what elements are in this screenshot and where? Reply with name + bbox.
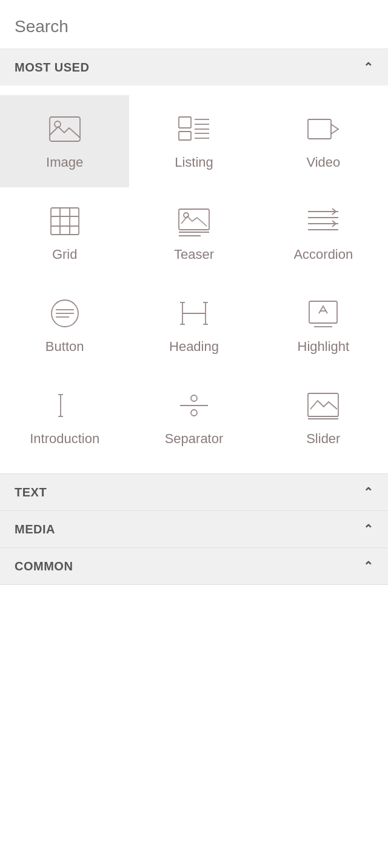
common-section-entry: COMMON ⌃ xyxy=(0,548,388,585)
accordion-icon xyxy=(304,204,343,238)
svg-marker-10 xyxy=(331,124,338,134)
button-icon xyxy=(45,296,84,330)
item-slider-label: Slider xyxy=(306,431,340,447)
common-chevron-icon: ⌃ xyxy=(363,559,374,573)
item-slider[interactable]: Slider xyxy=(259,372,388,464)
item-grid-label: Grid xyxy=(52,247,78,262)
item-introduction-label: Introduction xyxy=(30,431,99,447)
video-icon xyxy=(304,112,343,146)
item-accordion-label: Accordion xyxy=(293,247,353,262)
most-used-chevron-icon: ⌃ xyxy=(363,60,374,75)
text-section-label: TEXT xyxy=(15,486,47,499)
item-highlight[interactable]: Highlight xyxy=(259,279,388,372)
text-chevron-icon: ⌃ xyxy=(363,485,374,499)
image-icon xyxy=(45,112,84,146)
svg-rect-35 xyxy=(309,301,337,323)
item-listing[interactable]: Listing xyxy=(129,95,258,187)
item-accordion[interactable]: Accordion xyxy=(259,187,388,279)
item-video[interactable]: Video xyxy=(259,95,388,187)
item-video-label: Video xyxy=(306,155,340,170)
text-section-header[interactable]: TEXT ⌃ xyxy=(0,474,388,510)
svg-rect-0 xyxy=(50,117,80,141)
highlight-icon xyxy=(304,296,343,330)
svg-point-1 xyxy=(55,121,61,127)
most-used-section-header[interactable]: MOST USED ⌃ xyxy=(0,49,388,85)
separator-icon xyxy=(175,389,213,422)
slider-icon xyxy=(304,389,343,422)
text-section-entry: TEXT ⌃ xyxy=(0,474,388,511)
item-teaser[interactable]: Teaser xyxy=(129,187,258,279)
svg-rect-2 xyxy=(179,117,191,128)
item-highlight-label: Highlight xyxy=(298,339,350,355)
media-section-entry: MEDIA ⌃ xyxy=(0,511,388,548)
search-bar xyxy=(0,0,388,49)
svg-point-17 xyxy=(184,213,189,218)
heading-icon xyxy=(175,296,213,330)
introduction-icon xyxy=(45,389,84,422)
grid-icon xyxy=(45,204,84,238)
item-separator-label: Separator xyxy=(165,431,224,447)
item-introduction[interactable]: Introduction xyxy=(0,372,129,464)
item-image-label: Image xyxy=(46,155,83,170)
svg-rect-6 xyxy=(179,132,191,140)
svg-point-43 xyxy=(191,410,197,416)
svg-rect-44 xyxy=(308,393,338,416)
search-input[interactable] xyxy=(15,17,373,36)
item-teaser-label: Teaser xyxy=(174,247,214,262)
listing-icon xyxy=(175,112,213,146)
item-listing-label: Listing xyxy=(175,155,213,170)
media-section-header[interactable]: MEDIA ⌃ xyxy=(0,511,388,547)
item-separator[interactable]: Separator xyxy=(129,372,258,464)
media-chevron-icon: ⌃ xyxy=(363,522,374,536)
item-grid[interactable]: Grid xyxy=(0,187,129,279)
svg-point-41 xyxy=(191,395,197,401)
common-section-header[interactable]: COMMON ⌃ xyxy=(0,548,388,584)
media-section-label: MEDIA xyxy=(15,522,55,536)
common-section-label: COMMON xyxy=(15,559,73,573)
teaser-icon xyxy=(175,204,213,238)
items-grid: Image Listing Video xyxy=(0,85,388,473)
svg-rect-9 xyxy=(308,119,331,139)
item-heading-label: Heading xyxy=(169,339,219,355)
item-image[interactable]: Image xyxy=(0,95,129,187)
item-button-label: Button xyxy=(45,339,84,355)
most-used-label: MOST USED xyxy=(15,61,89,75)
sections-list: TEXT ⌃ MEDIA ⌃ COMMON ⌃ xyxy=(0,473,388,585)
item-button[interactable]: Button xyxy=(0,279,129,372)
svg-rect-11 xyxy=(51,208,79,235)
item-heading[interactable]: Heading xyxy=(129,279,258,372)
